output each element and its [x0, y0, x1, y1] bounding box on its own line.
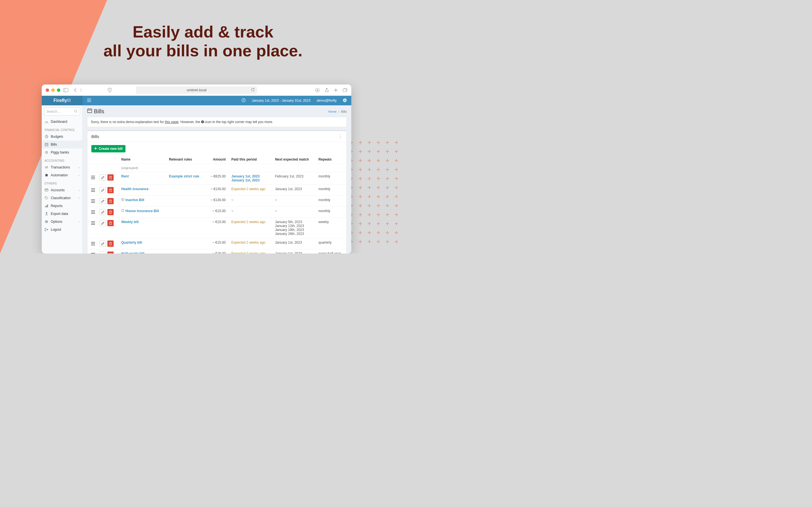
- edit-button[interactable]: [100, 209, 106, 215]
- table-row: Rent Example strict rule ~ €825.00 Janua…: [87, 172, 347, 185]
- next-date: January 5th, 2023: [275, 220, 313, 224]
- url-bar[interactable]: umbrel.local: [136, 87, 257, 94]
- tabs-overview-icon[interactable]: [343, 88, 347, 93]
- sidebar-item-transactions[interactable]: Transactions ‹: [42, 163, 82, 171]
- edit-button[interactable]: [100, 174, 106, 180]
- sidebar-collapse-button[interactable]: [83, 98, 96, 103]
- sidebar-item-dashboard[interactable]: Dashboard: [42, 118, 82, 126]
- drag-handle-icon[interactable]: [90, 241, 96, 246]
- delete-button[interactable]: [107, 209, 114, 215]
- svg-point-288: [46, 222, 47, 223]
- drag-handle-icon[interactable]: [90, 198, 96, 204]
- downloads-icon[interactable]: [315, 88, 320, 93]
- upload-icon: [45, 212, 49, 216]
- chevron-left-icon: ‹: [79, 174, 80, 177]
- bill-name-link[interactable]: Inactive Bill: [125, 198, 144, 202]
- amount-cell: ~ €15.00: [206, 218, 229, 238]
- edit-button[interactable]: [100, 220, 106, 226]
- drag-handle-icon[interactable]: [90, 220, 96, 226]
- delete-button[interactable]: [107, 198, 114, 204]
- delete-button[interactable]: [107, 251, 114, 253]
- plus-circle-icon[interactable]: [343, 98, 347, 103]
- new-tab-icon[interactable]: [334, 88, 338, 93]
- panel-menu-icon[interactable]: ⋮: [338, 134, 343, 139]
- svg-rect-281: [45, 189, 48, 191]
- sidebar-item-bills[interactable]: Bills: [42, 140, 82, 149]
- paid-entry[interactable]: January 1st, 2023: [232, 174, 269, 178]
- date-range-label[interactable]: January 1st, 2023 - January 31st, 2023: [252, 99, 310, 103]
- forward-button[interactable]: [80, 88, 82, 92]
- edit-button[interactable]: [100, 240, 106, 247]
- amount-cell: ~ €130.00: [206, 196, 229, 207]
- sidebar: Search... Dashboard FINANCIAL CONTROL: [42, 105, 83, 253]
- help-icon[interactable]: ?: [242, 98, 246, 103]
- drag-handle-icon[interactable]: [90, 252, 96, 254]
- sidebar-item-accounts[interactable]: Accounts ‹: [42, 186, 82, 194]
- bills-panel: Bills ⋮ Create new bill Name: [87, 130, 347, 253]
- sidebar-label: Export data: [51, 212, 68, 216]
- plus-icon: [94, 147, 97, 151]
- delete-button[interactable]: [107, 187, 114, 193]
- col-rules: Relevant rules: [166, 155, 206, 164]
- search-input[interactable]: Search...: [44, 108, 80, 115]
- cross-pattern-left: [0, 73, 40, 163]
- create-bill-button[interactable]: Create new bill: [91, 145, 125, 152]
- sidebar-item-logout[interactable]: Logout: [42, 226, 82, 233]
- sidebar-item-export[interactable]: Export data: [42, 210, 82, 218]
- svg-point-287: [47, 221, 47, 222]
- sidebar-toggle-icon[interactable]: [63, 88, 68, 92]
- share-icon[interactable]: [325, 88, 329, 93]
- alert-link[interactable]: this page: [165, 120, 179, 124]
- create-bill-label: Create new bill: [99, 147, 123, 151]
- back-button[interactable]: [74, 88, 77, 92]
- minimize-window-button[interactable]: [51, 89, 55, 92]
- window-controls: [46, 89, 60, 92]
- delete-button[interactable]: [107, 240, 114, 247]
- bill-name-link[interactable]: Rent: [121, 174, 129, 178]
- paid-entry[interactable]: January 1st, 2023: [232, 178, 269, 182]
- drag-handle-icon[interactable]: [90, 187, 96, 193]
- sidebar-header-financial: FINANCIAL CONTROL: [42, 126, 82, 133]
- drag-handle-icon[interactable]: [90, 175, 96, 180]
- refresh-icon[interactable]: [251, 88, 255, 93]
- bill-name-link[interactable]: Quarterly bill: [121, 240, 142, 244]
- paid-entry: Expected 2 weeks ago: [232, 220, 269, 224]
- svg-line-274: [47, 122, 47, 123]
- page-title: Bills: [87, 108, 104, 115]
- col-paid: Paid this period: [229, 155, 272, 164]
- maximize-window-button[interactable]: [57, 89, 60, 92]
- delete-button[interactable]: [107, 174, 114, 180]
- sidebar-item-classification[interactable]: Classification ‹: [42, 194, 82, 202]
- paid-entry: Expected 2 weeks ago: [232, 187, 269, 191]
- sidebar-item-piggy[interactable]: Piggy banks: [42, 149, 82, 156]
- repeats-cell: every half-year: [316, 249, 347, 254]
- edit-button[interactable]: [100, 251, 106, 253]
- sidebar-item-reports[interactable]: Reports: [42, 202, 82, 210]
- amount-cell: ~ €15.00: [206, 238, 229, 249]
- breadcrumb-home[interactable]: Home: [328, 110, 337, 113]
- sidebar-item-budgets[interactable]: Budgets: [42, 133, 82, 140]
- sidebar-item-options[interactable]: Options ‹: [42, 218, 82, 226]
- edit-button[interactable]: [100, 187, 106, 193]
- amount-cell: ~ €130.00: [206, 185, 229, 196]
- shield-icon[interactable]: [108, 88, 112, 93]
- bill-name-link[interactable]: Health insurance: [121, 187, 149, 191]
- bill-name-link[interactable]: Weekly bill: [121, 220, 139, 224]
- app-logo[interactable]: FireflyIII: [42, 96, 83, 105]
- amount-cell: ~ €825.00: [206, 172, 229, 185]
- paid-entry: Expected 2 weeks ago: [232, 251, 269, 253]
- close-window-button[interactable]: [46, 89, 49, 92]
- bill-name-link[interactable]: Half-yearly bill: [121, 251, 144, 253]
- sidebar-item-automation[interactable]: Automation ‹: [42, 171, 82, 179]
- drag-handle-icon[interactable]: [90, 209, 96, 215]
- bill-name-link[interactable]: House insurance Bill: [125, 209, 159, 213]
- repeats-cell: monthly: [316, 185, 347, 196]
- edit-button[interactable]: [100, 198, 106, 204]
- rule-link[interactable]: Example strict rule: [169, 174, 199, 178]
- sidebar-label: Automation: [51, 173, 68, 177]
- svg-point-279: [46, 152, 47, 153]
- delete-button[interactable]: [107, 220, 114, 226]
- chevron-left-icon: ‹: [79, 196, 80, 200]
- col-repeats: Repeats: [316, 155, 347, 164]
- user-menu[interactable]: demo@firefly: [317, 99, 337, 103]
